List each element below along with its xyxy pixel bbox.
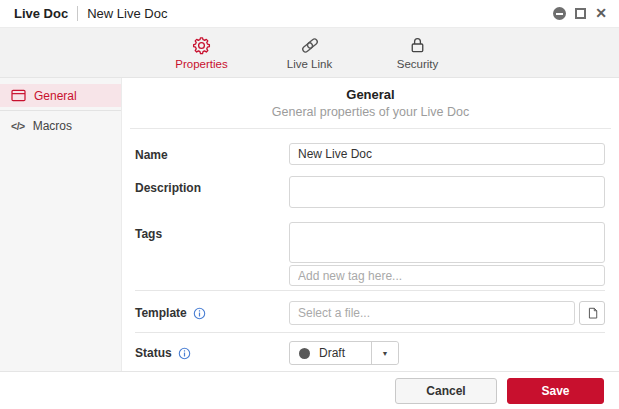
code-icon: </> (11, 120, 25, 132)
tags-row: Tags (135, 222, 605, 286)
section-divider (135, 332, 605, 333)
browse-file-button[interactable] (579, 301, 605, 325)
tab-security-label: Security (397, 58, 439, 70)
footer-bar: Cancel Save (0, 371, 619, 409)
tab-bar: Properties Live Link Security (0, 28, 619, 78)
chevron-down-icon[interactable]: ▼ (371, 342, 398, 364)
sidebar: General </> Macros (0, 78, 122, 371)
template-row: Template (135, 301, 605, 325)
maximize-icon[interactable] (575, 8, 586, 19)
tags-label: Tags (135, 222, 289, 286)
sidebar-item-general-label: General (34, 89, 77, 103)
description-label: Description (135, 176, 289, 211)
cancel-button[interactable]: Cancel (395, 378, 497, 404)
template-label-group: Template (135, 301, 289, 325)
page-subtitle: General properties of your Live Doc (130, 105, 611, 119)
info-icon (193, 307, 206, 320)
window-controls: ✕ (553, 7, 607, 20)
app-title: Live Doc (14, 6, 68, 21)
add-tag-input[interactable] (289, 265, 605, 286)
tab-security[interactable]: Security (382, 35, 454, 70)
tab-live-link-label: Live Link (287, 58, 332, 70)
name-field[interactable] (289, 143, 605, 165)
template-label: Template (135, 306, 187, 320)
lock-icon (407, 35, 428, 56)
copy-file-icon (586, 306, 599, 320)
sidebar-divider (0, 110, 121, 111)
tab-properties-label: Properties (175, 58, 227, 70)
name-row: Name (135, 143, 605, 165)
status-dropdown-value: Draft (290, 342, 371, 364)
title-divider (77, 6, 78, 21)
minimize-icon[interactable] (553, 7, 566, 20)
title-bar: Live Doc New Live Doc ✕ (0, 0, 619, 28)
template-file-input[interactable] (289, 301, 575, 325)
description-row: Description (135, 176, 605, 211)
sidebar-item-macros[interactable]: </> Macros (0, 114, 121, 137)
sidebar-item-general[interactable]: General (0, 84, 121, 107)
link-icon (299, 35, 321, 56)
status-value-label: Draft (319, 346, 345, 360)
dialog-body: General </> Macros General General prope… (0, 78, 619, 371)
properties-form: Name Description Tags (122, 129, 619, 371)
content-panel: General General properties of your Live … (122, 78, 619, 371)
close-icon[interactable]: ✕ (595, 7, 607, 20)
tab-live-link[interactable]: Live Link (274, 35, 346, 70)
name-label: Name (135, 143, 289, 165)
status-label: Status (135, 346, 172, 360)
page-title: General (130, 87, 611, 102)
info-icon (178, 347, 191, 360)
status-row: Status Draft (135, 341, 605, 365)
tags-list-box[interactable] (289, 222, 605, 263)
save-button[interactable]: Save (507, 378, 604, 404)
sidebar-item-macros-label: Macros (33, 119, 72, 133)
content-header: General General properties of your Live … (130, 78, 611, 129)
status-label-group: Status (135, 341, 289, 365)
status-dot-icon (299, 348, 310, 359)
gear-icon (191, 35, 212, 56)
tab-properties[interactable]: Properties (166, 35, 238, 70)
description-field[interactable] (289, 176, 605, 208)
section-divider (135, 290, 605, 291)
window-icon (11, 89, 26, 102)
status-dropdown[interactable]: Draft ▼ (289, 341, 399, 365)
document-title: New Live Doc (87, 6, 167, 21)
